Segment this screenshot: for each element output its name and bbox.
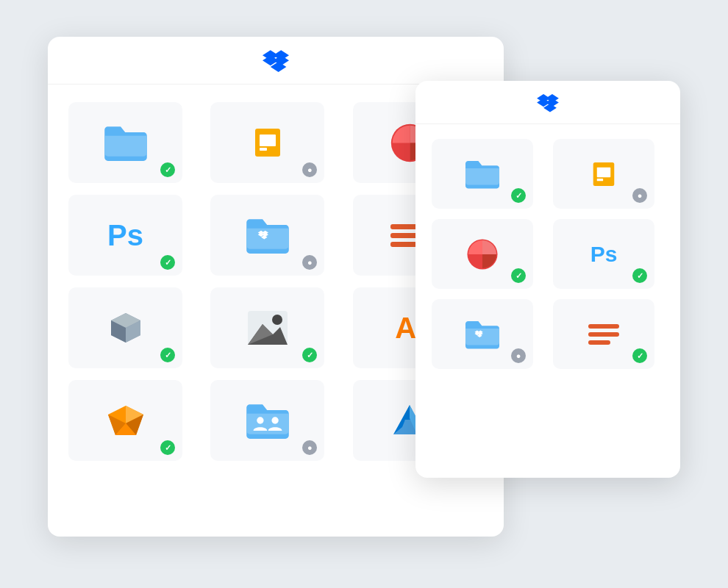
status-sm-4: ✓: [632, 268, 647, 283]
file-lines-sm[interactable]: ✓: [553, 299, 654, 369]
panel-small-header: [415, 81, 680, 124]
ps-icon-sm: Ps: [590, 243, 618, 265]
svg-point-18: [271, 417, 278, 423]
svg-rect-25: [597, 178, 603, 180]
dropbox-logo-small: [537, 94, 559, 113]
status-badge-synced-8: ✓: [160, 440, 175, 455]
status-badge-synced-3: ✓: [160, 255, 175, 270]
status-badge-syncing: ●: [302, 162, 317, 177]
svg-rect-1: [260, 135, 276, 146]
file-dropbox-folder-sm[interactable]: ●: [432, 299, 533, 369]
file-pie-sm[interactable]: ✓: [432, 219, 533, 289]
folder-blue-icon: [100, 122, 151, 163]
panel-large-header: [48, 37, 504, 85]
files-grid-small: ✓ ●: [415, 124, 680, 384]
dropbox-logo-large: [263, 50, 289, 74]
gem-icon-wrap: [107, 403, 145, 438]
ps-icon: Ps: [107, 220, 143, 250]
svg-point-9: [272, 315, 282, 325]
file-slides-sm[interactable]: ●: [553, 139, 654, 209]
file-3d-box[interactable]: ✓: [68, 287, 182, 368]
file-google-slides[interactable]: ●: [210, 102, 324, 183]
pie-icon-sm: [466, 238, 499, 270]
svg-point-17: [257, 417, 263, 423]
file-photoshop[interactable]: Ps ✓: [68, 195, 182, 276]
status-badge-syncing-2: ●: [302, 255, 317, 270]
mountain-icon-wrap: [246, 309, 289, 346]
lines-icon-sm: [588, 324, 619, 345]
file-dropbox-folder[interactable]: ●: [210, 195, 324, 276]
slides-icon: [249, 124, 286, 161]
status-sm-6: ✓: [632, 348, 647, 363]
status-sm-5: ●: [511, 348, 526, 363]
status-sm-2: ●: [632, 188, 647, 203]
file-folder-blue-sm[interactable]: ✓: [432, 139, 533, 209]
file-gem[interactable]: ✓: [68, 380, 182, 461]
status-sm-3: ✓: [511, 268, 526, 283]
status-badge-syncing-3: ●: [302, 440, 317, 455]
file-image[interactable]: ✓: [210, 287, 324, 368]
dropbox-folder-icon: [242, 215, 293, 256]
status-sm-1: ✓: [511, 188, 526, 203]
svg-rect-24: [597, 167, 610, 176]
status-badge-synced-5: ✓: [160, 348, 175, 362]
file-ps-sm[interactable]: Ps ✓: [553, 219, 654, 289]
box3d-icon: [107, 309, 145, 347]
svg-rect-2: [260, 148, 267, 151]
file-folder-blue[interactable]: ✓: [68, 102, 182, 183]
status-badge-synced: ✓: [160, 162, 175, 177]
status-badge-synced-6: ✓: [302, 348, 317, 362]
shared-folder-icon: [242, 400, 293, 441]
scene: ✓ ●: [48, 37, 680, 551]
slides-icon-sm: [588, 159, 619, 190]
folder-blue-icon-sm: [462, 157, 503, 190]
dropbox-folder-icon-sm: [462, 318, 503, 351]
file-shared-folder[interactable]: ●: [210, 380, 324, 461]
panel-small: ✓ ●: [415, 81, 680, 478]
